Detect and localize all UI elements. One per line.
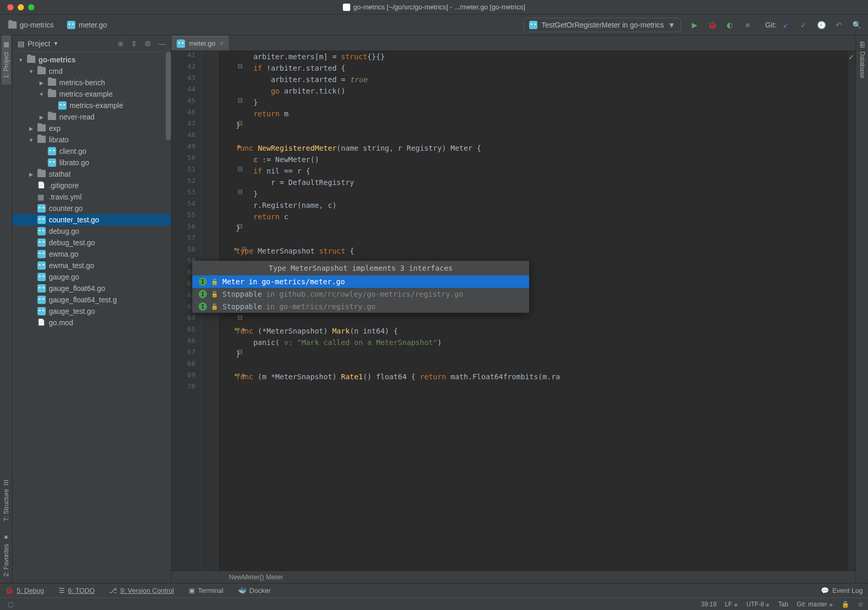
tree-row[interactable]: ▼cmd	[12, 65, 171, 77]
vcs-history-button[interactable]: 🕘	[815, 19, 827, 31]
close-window-button[interactable]	[7, 4, 14, 10]
event-log-button[interactable]: 💬Event Log	[821, 587, 863, 594]
line-number[interactable]: 45	[172, 97, 202, 104]
code-line[interactable]: }	[218, 120, 847, 131]
code-line[interactable]: if nil == r {	[218, 165, 847, 177]
gear-icon[interactable]: ⚙	[144, 39, 151, 48]
line-number[interactable]: 47	[172, 120, 202, 127]
popup-item[interactable]: I🔓Stoppable in github.com/rcrowley/go-me…	[192, 288, 529, 300]
code-line[interactable]: panic( v: "Mark called on a MeterSnapsho…	[218, 337, 847, 348]
popup-item[interactable]: I🔓Meter in go-metrics/meter.go	[192, 275, 529, 288]
project-tool-tab[interactable]: 1: Project ▦	[2, 35, 11, 85]
zoom-window-button[interactable]	[28, 4, 34, 10]
debug-tool-button[interactable]: 🐞5: Debug	[5, 587, 44, 594]
run-button[interactable]: ▶	[688, 19, 701, 31]
docker-tool-button[interactable]: 🐳Docker	[238, 587, 271, 594]
code-line[interactable]: type MeterSnapshot struct {	[218, 245, 847, 257]
tree-row[interactable]: librato.go	[12, 157, 171, 168]
tree-row[interactable]: debug_test.go	[12, 237, 171, 248]
line-number[interactable]: 41	[172, 51, 202, 59]
tree-row[interactable]: gauge.go	[12, 271, 171, 283]
code-line[interactable]: func (m *MeterSnapshot) Rate1() float64 …	[218, 371, 847, 382]
error-stripe[interactable]: ✓	[848, 51, 856, 571]
line-number[interactable]: 42	[172, 62, 202, 70]
line-number[interactable]: 57	[172, 234, 202, 242]
line-number[interactable]: 66	[172, 337, 202, 344]
run-configuration-combo[interactable]: TestGetOrRegisterMeter in go-metrics ▼	[523, 18, 681, 32]
terminal-tool-button[interactable]: ▣Terminal	[189, 587, 223, 594]
project-tree[interactable]: ▼go-metrics▼cmd▶metrics-bench▼metrics-ex…	[12, 52, 171, 583]
tree-row[interactable]: ▼librato	[12, 134, 171, 145]
editor-breadcrumb[interactable]: NewMeter() Meter	[172, 571, 856, 583]
line-number[interactable]: 51	[172, 165, 202, 173]
vcs-update-button[interactable]: ↙	[780, 19, 792, 31]
indent-setting[interactable]: Tab	[778, 601, 788, 608]
line-number[interactable]: 58	[172, 245, 202, 253]
minimize-panel-button[interactable]: —	[159, 39, 166, 48]
git-branch[interactable]: Git: master ≑	[797, 601, 833, 608]
code-line[interactable]: c := NewMeter()	[218, 154, 847, 165]
tree-row[interactable]: ▶exp	[12, 123, 171, 134]
todo-tool-button[interactable]: ☰6: TODO	[59, 587, 95, 594]
run-coverage-button[interactable]: ◐	[724, 19, 736, 31]
line-number[interactable]: 69	[172, 371, 202, 379]
tree-row[interactable]: ▼metrics-example	[12, 88, 171, 100]
chevron-down-icon[interactable]: ▼	[54, 41, 59, 46]
tree-row[interactable]: debug.go	[12, 226, 171, 237]
tree-row[interactable]: ▼go-metrics	[12, 54, 171, 65]
tree-row[interactable]: gauge_float64_test.g	[12, 294, 171, 306]
vcs-rollback-button[interactable]: ↶	[833, 19, 845, 31]
search-button[interactable]: 🔍	[850, 19, 863, 31]
tree-row[interactable]: gauge_test.go	[12, 306, 171, 317]
debug-button[interactable]: 🐞	[706, 19, 718, 31]
line-number[interactable]: 68	[172, 360, 202, 367]
tree-row[interactable]: ▶never-read	[12, 111, 171, 123]
code-area[interactable]: 4142434445464748495051525354555657585960…	[172, 51, 856, 571]
tree-row[interactable]: metrics-example	[12, 100, 171, 111]
project-title[interactable]: Project	[28, 39, 50, 48]
expand-icon[interactable]: ⇕	[131, 39, 137, 48]
breadcrumb[interactable]: go-metrics 〉 meter.go	[5, 20, 110, 30]
line-number[interactable]: 55	[172, 211, 202, 219]
structure-tool-tab[interactable]: 7: Structure ☰	[2, 472, 11, 527]
tree-row[interactable]: ewma.go	[12, 248, 171, 260]
line-number[interactable]: 43	[172, 74, 202, 82]
code-line[interactable]: }	[218, 222, 847, 234]
line-number[interactable]: 64	[172, 314, 202, 322]
target-icon[interactable]: ⊕	[117, 39, 124, 48]
tree-row[interactable]: ▶stathat	[12, 168, 171, 180]
vcs-tool-button[interactable]: ⎇9: Version Control	[109, 587, 174, 594]
tree-row[interactable]: counter.go	[12, 203, 171, 214]
code-line[interactable]: arbiter.started = true	[218, 74, 847, 85]
line-number[interactable]: 65	[172, 325, 202, 333]
implements-popup[interactable]: Type MeterSnapshot implements 3 interfac…	[192, 261, 529, 313]
code-line[interactable]: }	[218, 348, 847, 360]
vcs-commit-button[interactable]: ✓	[797, 19, 810, 31]
tree-row[interactable]: ewma_test.go	[12, 260, 171, 271]
line-number[interactable]: 54	[172, 200, 202, 207]
code-line[interactable]: }	[218, 188, 847, 200]
tree-row[interactable]: 📄.gitignore	[12, 180, 171, 191]
editor-tab[interactable]: meter.go ×	[172, 36, 229, 50]
tree-row[interactable]: gauge_float64.go	[12, 283, 171, 294]
database-tool-tab[interactable]: 🗄 Database	[858, 35, 867, 84]
code-line[interactable]: if !arbiter.started {	[218, 62, 847, 74]
line-number[interactable]: 53	[172, 188, 202, 196]
code-line[interactable]: return c	[218, 211, 847, 222]
line-number[interactable]: 49	[172, 142, 202, 150]
favorites-tool-tab[interactable]: 2: Favorites ★	[2, 527, 11, 583]
close-tab-button[interactable]: ×	[220, 39, 224, 47]
code-line[interactable]: go arbiter.tick()	[218, 85, 847, 97]
line-number[interactable]: 56	[172, 222, 202, 230]
line-number[interactable]: 52	[172, 177, 202, 184]
tree-row[interactable]: counter_test.go	[12, 214, 171, 226]
minimize-window-button[interactable]	[18, 4, 24, 10]
code-line[interactable]: func (*MeterSnapshot) Mark(n int64) {	[218, 325, 847, 337]
tree-row[interactable]: ▶metrics-bench	[12, 77, 171, 88]
lock-icon[interactable]: 🔒	[841, 601, 849, 608]
tree-row[interactable]: 📄go.mod	[12, 317, 171, 328]
cursor-position[interactable]: 39:19	[701, 601, 717, 608]
code-line[interactable]: }	[218, 97, 847, 108]
file-encoding[interactable]: UTF-8 ≑	[746, 601, 770, 608]
hector-icon[interactable]: ☺	[858, 601, 864, 608]
